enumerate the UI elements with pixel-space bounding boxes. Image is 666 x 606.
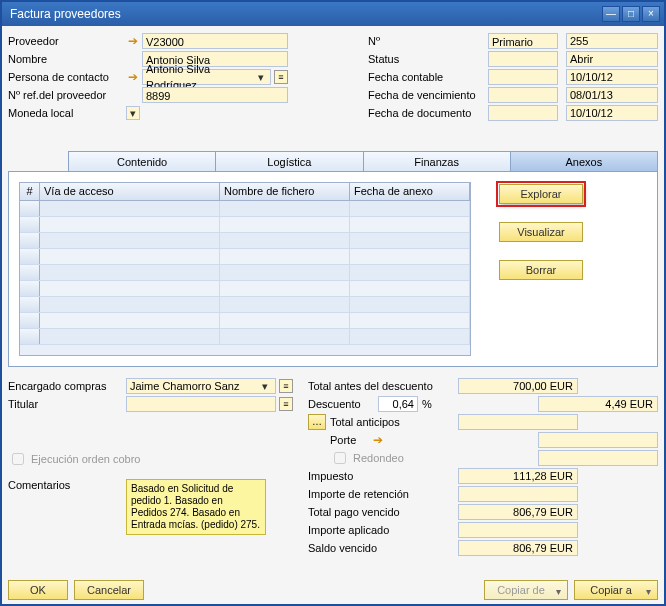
attachments-panel: # Vía de acceso Nombre de fichero Fecha … bbox=[8, 172, 658, 367]
owner-label: Titular bbox=[8, 398, 126, 410]
owner-detail-icon[interactable]: ≡ bbox=[279, 397, 293, 411]
total-due-label: Total pago vencido bbox=[308, 506, 458, 518]
display-button[interactable]: Visualizar bbox=[499, 222, 583, 242]
contact-link-icon[interactable]: ➔ bbox=[126, 71, 140, 83]
table-row[interactable] bbox=[20, 297, 470, 313]
applied-amount-value bbox=[458, 522, 578, 538]
attachments-table: # Vía de acceso Nombre de fichero Fecha … bbox=[19, 182, 471, 356]
vendor-link-icon[interactable]: ➔ bbox=[126, 35, 140, 47]
rounding-label: Redondeo bbox=[353, 452, 404, 464]
posting-date-label: Fecha contable bbox=[368, 71, 488, 83]
delete-button[interactable]: Borrar bbox=[499, 260, 583, 280]
payment-run-checkbox: Ejecución orden cobro bbox=[8, 450, 308, 467]
name-label: Nombre bbox=[8, 53, 126, 65]
freight-value bbox=[538, 432, 658, 448]
doc-number-field[interactable]: 255 bbox=[566, 33, 658, 49]
ap-invoice-window: Factura proveedores — □ × Proveedor ➔ V2… bbox=[0, 0, 666, 606]
contact-label: Persona de contacto bbox=[8, 71, 126, 83]
table-row[interactable] bbox=[20, 265, 470, 281]
table-row[interactable] bbox=[20, 313, 470, 329]
doc-date-label: Fecha de documento bbox=[368, 107, 488, 119]
attachments-body bbox=[20, 201, 470, 355]
table-row[interactable] bbox=[20, 329, 470, 345]
discount-value: 4,49 EUR bbox=[538, 396, 658, 412]
local-currency-label: Moneda local bbox=[8, 107, 126, 119]
discount-pct-input[interactable] bbox=[378, 396, 418, 412]
owner-field[interactable] bbox=[126, 396, 276, 412]
tax-value: 111,28 EUR bbox=[458, 468, 578, 484]
vendor-ref-field[interactable]: 8899 bbox=[142, 87, 288, 103]
advances-value bbox=[458, 414, 578, 430]
vendor-field[interactable]: V23000 bbox=[142, 33, 288, 49]
tab-contents[interactable]: Contenido bbox=[68, 151, 216, 171]
minimize-button[interactable]: — bbox=[602, 6, 620, 22]
doc-number-type[interactable]: Primario bbox=[488, 33, 558, 49]
titlebar: Factura proveedores — □ × bbox=[2, 2, 664, 26]
tab-finance[interactable]: Finanzas bbox=[363, 151, 511, 171]
browse-button[interactable]: Explorar bbox=[499, 184, 583, 204]
close-button[interactable]: × bbox=[642, 6, 660, 22]
posting-date-field[interactable]: 10/10/12 bbox=[566, 69, 658, 85]
total-before-discount-label: Total antes del descuento bbox=[308, 380, 458, 392]
buyer-select[interactable]: Jaime Chamorro Sanz ▾ bbox=[126, 378, 276, 394]
ok-button[interactable]: OK bbox=[8, 580, 68, 600]
table-row[interactable] bbox=[20, 281, 470, 297]
window-title: Factura proveedores bbox=[10, 7, 121, 21]
col-path: Vía de acceso bbox=[40, 183, 220, 200]
vendor-ref-label: Nº ref.del proveedor bbox=[8, 89, 126, 101]
freight-label: Porte bbox=[330, 434, 370, 446]
status-field bbox=[488, 51, 558, 67]
tax-label: Impuesto bbox=[308, 470, 458, 482]
table-row[interactable] bbox=[20, 249, 470, 265]
vendor-label: Proveedor bbox=[8, 35, 126, 47]
col-filename: Nombre de fichero bbox=[220, 183, 350, 200]
balance-due-value: 806,79 EUR bbox=[458, 540, 578, 556]
withholding-value bbox=[458, 486, 578, 502]
rounding-value bbox=[538, 450, 658, 466]
balance-due-label: Saldo vencido bbox=[308, 542, 458, 554]
status-label: Status bbox=[368, 53, 488, 65]
rounding-checkbox-wrap: Redondeo bbox=[330, 449, 404, 466]
total-before-discount-value: 700,00 EUR bbox=[458, 378, 578, 394]
due-date-label: Fecha de vencimiento bbox=[368, 89, 488, 101]
payment-run-check bbox=[12, 453, 24, 465]
tab-logistics[interactable]: Logística bbox=[215, 151, 363, 171]
advances-label: Total anticipos bbox=[330, 416, 458, 428]
advances-button[interactable]: … bbox=[308, 414, 326, 430]
rounding-checkbox bbox=[334, 452, 346, 464]
comments-label: Comentarios bbox=[8, 479, 126, 491]
chevron-down-icon[interactable]: ▾ bbox=[254, 69, 267, 85]
copy-from-button[interactable]: Copiar de bbox=[484, 580, 568, 600]
doc-number-label: Nº bbox=[368, 35, 488, 47]
contact-select[interactable]: Antonio Silva Rodríguez ▾ bbox=[142, 69, 271, 85]
buyer-detail-icon[interactable]: ≡ bbox=[279, 379, 293, 393]
col-number: # bbox=[20, 183, 40, 200]
buyer-value: Jaime Chamorro Sanz bbox=[130, 378, 239, 394]
payment-run-label: Ejecución orden cobro bbox=[31, 453, 140, 465]
table-row[interactable] bbox=[20, 217, 470, 233]
table-row[interactable] bbox=[20, 233, 470, 249]
discount-pct-unit: % bbox=[422, 398, 432, 410]
status-value: Abrir bbox=[566, 51, 658, 67]
due-date-field[interactable]: 08/01/13 bbox=[566, 87, 658, 103]
currency-chevron-icon[interactable]: ▾ bbox=[126, 106, 140, 120]
contact-detail-icon[interactable]: ≡ bbox=[274, 70, 288, 84]
table-row[interactable] bbox=[20, 201, 470, 217]
chevron-down-icon[interactable]: ▾ bbox=[258, 378, 272, 394]
withholding-label: Importe de retención bbox=[308, 488, 458, 500]
discount-label: Descuento bbox=[308, 398, 378, 410]
copy-to-button[interactable]: Copiar a bbox=[574, 580, 658, 600]
comments-field[interactable]: Basado en Solicitud de pedido 1. Basado … bbox=[126, 479, 266, 535]
total-due-value: 806,79 EUR bbox=[458, 504, 578, 520]
tab-attachments[interactable]: Anexos bbox=[510, 151, 658, 171]
col-filedate: Fecha de anexo bbox=[350, 183, 470, 200]
freight-link-icon[interactable]: ➔ bbox=[373, 433, 383, 447]
doc-date-field[interactable]: 10/10/12 bbox=[566, 105, 658, 121]
cancel-button[interactable]: Cancelar bbox=[74, 580, 144, 600]
buyer-label: Encargado compras bbox=[8, 380, 126, 392]
maximize-button[interactable]: □ bbox=[622, 6, 640, 22]
applied-amount-label: Importe aplicado bbox=[308, 524, 458, 536]
